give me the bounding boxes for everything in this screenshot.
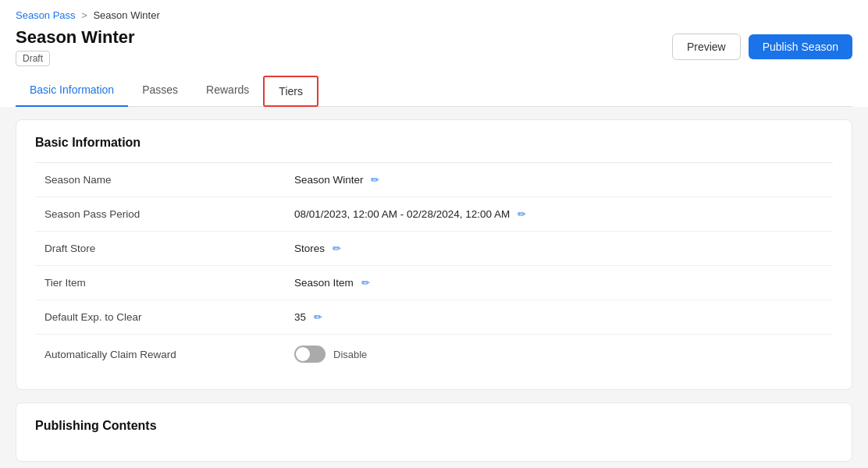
content-area: Basic Information Season Name Season Win… [0,107,868,468]
field-value-season-pass-period: 08/01/2023, 12:00 AM - 02/28/2024, 12:00… [285,197,833,232]
field-value-season-name: Season Winter ✏ [285,163,833,197]
basic-information-card: Basic Information Season Name Season Win… [16,119,852,390]
header-actions: Preview Publish Season [672,34,852,60]
breadcrumb-parent[interactable]: Season Pass [16,9,76,21]
edit-draft-store-icon[interactable]: ✏ [333,243,341,254]
basic-information-title: Basic Information [35,136,833,150]
tab-basic-information[interactable]: Basic Information [16,76,128,107]
tab-rewards[interactable]: Rewards [192,76,263,107]
info-table: Season Name Season Winter ✏ Season Pass … [35,162,833,374]
edit-tier-item-icon[interactable]: ✏ [361,277,370,289]
edit-season-name-icon[interactable]: ✏ [371,174,379,186]
field-value-auto-claim: Disable [285,335,833,374]
preview-button[interactable]: Preview [672,34,741,60]
field-label-season-name: Season Name [35,163,285,197]
table-row: Default Exp. to Clear 35 ✏ [35,300,833,335]
edit-default-exp-icon[interactable]: ✏ [314,311,322,323]
table-row: Automatically Claim Reward Disable [35,335,833,374]
tab-passes[interactable]: Passes [128,76,192,107]
table-row: Season Name Season Winter ✏ [35,163,833,197]
edit-season-pass-period-icon[interactable]: ✏ [518,208,526,220]
header-row: Season Winter Draft Preview Publish Seas… [16,24,852,73]
table-row: Tier Item Season Item ✏ [35,266,833,300]
field-label-default-exp: Default Exp. to Clear [35,300,285,335]
field-value-default-exp: 35 ✏ [285,300,833,335]
page-title: Season Winter [16,27,135,48]
field-value-tier-item: Season Item ✏ [285,266,833,300]
toggle-label: Disable [333,349,367,360]
breadcrumb-current: Season Winter [93,9,159,21]
publishing-contents-title: Publishing Contents [35,419,833,433]
table-row: Season Pass Period 08/01/2023, 12:00 AM … [35,197,833,232]
field-label-draft-store: Draft Store [35,232,285,266]
tab-tiers[interactable]: Tiers [263,76,318,107]
publishing-contents-card: Publishing Contents [16,402,852,462]
tabs-bar: Basic Information Passes Rewards Tiers [16,76,852,107]
field-label-season-pass-period: Season Pass Period [35,197,285,232]
breadcrumb: Season Pass > Season Winter [16,9,852,21]
breadcrumb-sep: > [81,9,87,21]
toggle-container: Disable [294,346,824,363]
publish-button[interactable]: Publish Season [749,34,852,59]
table-row: Draft Store Stores ✏ [35,232,833,266]
header-left: Season Winter Draft [16,27,135,66]
field-label-auto-claim: Automatically Claim Reward [35,335,285,374]
field-label-tier-item: Tier Item [35,266,285,300]
status-badge: Draft [16,51,50,66]
field-value-draft-store: Stores ✏ [285,232,833,266]
auto-claim-toggle[interactable] [294,346,326,363]
